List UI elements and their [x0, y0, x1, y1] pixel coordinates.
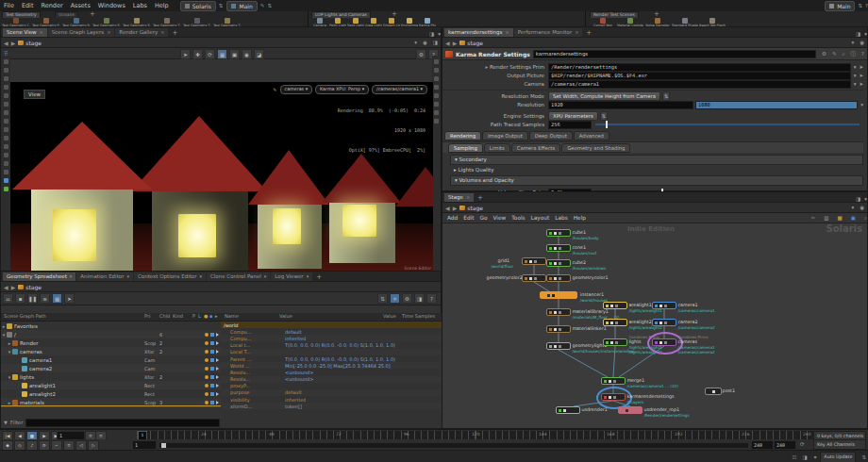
- detail-row[interactable]: Resolv...<unbound>: [221, 376, 442, 383]
- menu-render[interactable]: Render: [37, 2, 66, 9]
- radial-menu-selector[interactable]: Main: [226, 1, 257, 11]
- pin-icon[interactable]: ◉: [423, 40, 427, 45]
- render-region-icon[interactable]: ◪: [254, 49, 264, 59]
- col-name[interactable]: Name: [225, 313, 239, 319]
- menu-help[interactable]: Help: [574, 215, 586, 221]
- path-stage[interactable]: stage: [459, 205, 483, 211]
- snapshot-icon[interactable]: ▣: [851, 215, 856, 221]
- star-icon[interactable]: ✳: [390, 293, 400, 304]
- menu-icon[interactable]: ▾: [854, 81, 857, 87]
- tree-row-render[interactable]: ▸RenderScop2: [1, 338, 221, 347]
- desktop-updown-icon[interactable]: ⇅: [219, 3, 224, 8]
- render-settings-prim-field[interactable]: /Render/rendersettings: [548, 63, 851, 72]
- tab-sampling[interactable]: Sampling: [448, 143, 483, 153]
- node-camera1[interactable]: camera1/cameras/camera1: [652, 302, 676, 309]
- node-camera2[interactable]: camera2/cameras/camera2: [652, 319, 676, 326]
- search-icon[interactable]: ⌕: [842, 51, 844, 58]
- new-tab-icon[interactable]: +: [313, 273, 325, 281]
- viewport-camera-menu[interactable]: /cameras/camera1 ▾: [372, 85, 427, 94]
- display-options-icon[interactable]: ⚙: [416, 49, 426, 59]
- node-geometrycolor1[interactable]: geometrycolor1: [546, 274, 571, 282]
- key-all-channels-button[interactable]: Key All Channels: [813, 439, 866, 450]
- back-icon[interactable]: ◀: [4, 284, 8, 290]
- node-geometrylight1[interactable]: geometrylight1/world/houses/instance/win…: [546, 342, 571, 350]
- section-lights-quality[interactable]: ▸ Lights Quality: [450, 165, 863, 173]
- tab-image-output[interactable]: Image Output: [482, 131, 528, 140]
- detail-row[interactable]: visibilityinherited: [221, 396, 442, 403]
- menu-view[interactable]: View: [493, 215, 507, 221]
- menu-help[interactable]: Help: [151, 2, 173, 9]
- pick-icon[interactable]: ➤: [859, 81, 863, 87]
- forward-icon[interactable]: ▶: [11, 40, 16, 46]
- node-cube1[interactable]: cube1/houses/body: [546, 229, 571, 237]
- link-icon[interactable]: ◨: [433, 40, 438, 45]
- updown-icon[interactable]: ⇅: [662, 91, 670, 101]
- detail-row[interactable]: Local t...T(0.0, 0.0, 0.0) R(0.0, -0.0, …: [221, 342, 442, 349]
- col-pri[interactable]: Pri: [144, 313, 150, 319]
- file-chooser-icon[interactable]: ➤: [859, 73, 863, 78]
- tab-geometry-and-shading[interactable]: Geometry and Shading: [561, 143, 630, 153]
- node-materiallibrary1[interactable]: materiallibrary1/materials/M_floor ... (…: [546, 308, 571, 316]
- pane-menu-icon[interactable]: ◨: [429, 31, 434, 37]
- menu-go[interactable]: Go: [479, 215, 487, 221]
- tree-row-camera2[interactable]: camera2Cam: [1, 364, 221, 372]
- range-slider[interactable]: [159, 442, 749, 449]
- menu-tools[interactable]: Tools: [511, 215, 525, 221]
- detail-row[interactable]: Compu...inherited: [221, 335, 442, 341]
- engine-settings-combo[interactable]: XPU Parameters: [548, 111, 598, 121]
- tab-deep-output[interactable]: Deep Output: [529, 131, 573, 140]
- viewport-right-toolbar[interactable]: [432, 56, 441, 275]
- network-status-icon[interactable]: ☷: [793, 454, 797, 460]
- tree-mode-icon[interactable]: ⚌: [3, 293, 13, 304]
- node-lights[interactable]: Combines Primslights/lights/arealight1/l…: [603, 338, 627, 346]
- menu-labs[interactable]: Labs: [129, 2, 151, 9]
- path-chevron-icon[interactable]: ▾: [851, 205, 854, 210]
- pick-icon[interactable]: ➤: [859, 64, 863, 70]
- node-materiallinker1[interactable]: materiallinker1: [546, 325, 571, 333]
- tab-clone-control-panel[interactable]: Clone Control Panel▾: [207, 272, 270, 281]
- menu-assets[interactable]: Assets: [67, 2, 94, 9]
- tab-menu-icon[interactable]: ▾: [126, 272, 129, 281]
- tree-row-world[interactable]: ▸worldXfor2group: [1, 406, 221, 407]
- node-cameras[interactable]: Combines Primscameras/cameras/camera1/ca…: [652, 338, 676, 346]
- shelf-add-tab-icon[interactable]: +: [87, 10, 98, 18]
- detail-row[interactable]: World ...Min[-25.0 0.0 -25.0] Max[25.0 3…: [221, 362, 442, 369]
- close-icon[interactable]: ×: [40, 28, 43, 37]
- menu-file[interactable]: File: [0, 2, 18, 9]
- help-icon[interactable]: ?: [426, 293, 437, 304]
- col-chld[interactable]: Chld: [159, 313, 170, 319]
- path-traced-samples-field[interactable]: 256: [548, 121, 592, 129]
- menu-edit[interactable]: Edit: [463, 215, 474, 221]
- viewport-left-toolbar[interactable]: [1, 56, 10, 275]
- back-icon[interactable]: ◀: [445, 40, 450, 46]
- shelf-add-tab-icon[interactable]: +: [651, 10, 662, 18]
- rotate-tool-icon[interactable]: ⟳: [205, 49, 215, 59]
- detail-row[interactable]: Resolv...<unbound>: [221, 369, 442, 375]
- chart-icon[interactable]: ▥: [824, 215, 828, 221]
- node-cone1[interactable]: cone1/houses/roof: [546, 244, 571, 252]
- tab-performance-monitor[interactable]: Performance Monitor×: [514, 28, 583, 37]
- tab-scene-view[interactable]: Scene View×: [3, 28, 47, 37]
- section-volumes[interactable]: ▾ Volumes and Opacity: [450, 175, 863, 186]
- viewport-3d[interactable]: View ✎ cameras ▾ Karma XPU: Persp ▾ /cam…: [10, 82, 433, 294]
- tab-menu-icon[interactable]: ▾: [307, 272, 309, 281]
- pane-chevron-icon[interactable]: ▾: [864, 196, 867, 202]
- path-stage[interactable]: stage: [18, 40, 42, 46]
- pane-chevron-icon[interactable]: ▾: [864, 31, 867, 37]
- menu-edit[interactable]: Edit: [18, 2, 38, 9]
- shelf-tab-oceans[interactable]: Oceans: [55, 11, 78, 18]
- network-canvas[interactable]: Indie Edition Solaris cube1/houses/body …: [442, 222, 867, 428]
- tab-menu-icon[interactable]: ▾: [70, 272, 73, 281]
- node-grid1[interactable]: grid1/world/floor: [522, 257, 546, 265]
- col-kind[interactable]: Kind: [173, 313, 183, 319]
- resolution-mode-combo[interactable]: Set Width, Compute Height from Camera: [548, 91, 660, 101]
- tab-context-options-editor[interactable]: Context Options Editor▾: [134, 272, 206, 281]
- node-merge1[interactable]: merge1/cameras/camera1 ... (32): [601, 377, 626, 385]
- menu-labs[interactable]: Labs: [555, 215, 567, 221]
- detail-row[interactable]: purposedefault: [221, 389, 442, 396]
- tab-scene-graph-layers[interactable]: Scene Graph Layers×: [48, 28, 115, 37]
- shelf-tab-render-test-scenes[interactable]: Render Test Scenes: [590, 11, 639, 18]
- path-stage[interactable]: stage: [459, 40, 483, 46]
- col-value[interactable]: Value: [279, 313, 292, 319]
- snap-tool-icon[interactable]: ▣: [229, 49, 240, 59]
